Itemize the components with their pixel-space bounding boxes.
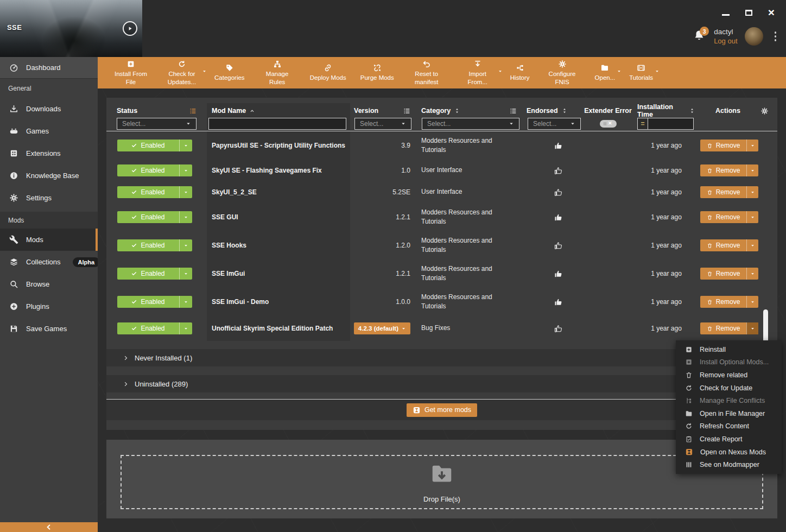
remove-button[interactable]: Remove (700, 239, 758, 251)
endorse-thumb-icon[interactable] (554, 324, 563, 333)
endorse-thumb-icon[interactable] (554, 213, 563, 222)
mod-name[interactable]: SkyUI SE - Flashing Savegames Fix (212, 167, 322, 174)
drop-files-zone[interactable]: Drop File(s) (121, 455, 763, 509)
mod-name[interactable]: PapyrusUtil SE - Scripting Utility Funct… (212, 142, 345, 149)
table-row[interactable]: Enabled SSE Hooks 1.2.0 Modders Resource… (106, 231, 777, 259)
sidebar-item-mods[interactable]: Mods (0, 229, 98, 251)
mod-name[interactable]: SSE Hooks (212, 242, 246, 249)
status-dropdown-caret[interactable] (179, 296, 192, 308)
context-menu-check-for-update[interactable]: Check for Update (676, 382, 782, 395)
maximize-button[interactable] (744, 8, 753, 17)
remove-dropdown-caret[interactable] (746, 211, 758, 223)
filter-list-icon[interactable] (189, 107, 196, 115)
version-select-button[interactable]: 4.2.3 (default) (354, 322, 410, 334)
caret-down-icon[interactable] (617, 69, 622, 74)
sidebar-item-collections[interactable]: Collections Alpha (0, 251, 98, 273)
table-settings-gear-icon[interactable] (760, 107, 769, 115)
extender-error-filter-toggle[interactable]: ✕ (600, 120, 617, 128)
column-header-mod-name[interactable]: Mod Name (212, 107, 246, 115)
mod-enabled-toggle[interactable]: Enabled (117, 140, 192, 151)
time-filter-operator[interactable]: = (637, 118, 648, 130)
mod-name[interactable]: SSE ImGui (212, 270, 245, 277)
mod-name[interactable]: SSE GUI (212, 213, 238, 221)
table-row[interactable]: Enabled SSE ImGui 1.2.1 Modders Resource… (106, 259, 777, 288)
sidebar-item-downloads[interactable]: Downloads (0, 98, 98, 120)
status-dropdown-caret[interactable] (179, 164, 192, 176)
table-row[interactable]: Enabled Unofficial Skyrim Special Editio… (106, 316, 777, 341)
time-filter-input[interactable] (648, 118, 694, 130)
toolbar-deploy-mods[interactable]: Deploy Mods (303, 57, 353, 88)
toolbar-open[interactable]: Open... (588, 57, 623, 88)
toolbar-check-for-updates[interactable]: Check for Updates... (156, 57, 207, 88)
table-row[interactable]: Enabled SkyUI_5_2_SE 5.2SE User Interfac… (106, 181, 777, 203)
toolbar-install-from-file[interactable]: Install From File (105, 57, 156, 88)
remove-button[interactable]: Remove (700, 211, 758, 223)
sidebar-item-extensions[interactable]: Extensions (0, 142, 98, 164)
toolbar-import-from[interactable]: Import From... (452, 57, 503, 88)
toolbar-purge-mods[interactable]: Purge Mods (353, 57, 401, 88)
context-menu-open-on-nexus-mods[interactable]: Open on Nexus Mods (676, 446, 782, 459)
column-header-installation-time[interactable]: Installation Time (637, 103, 686, 118)
status-filter-select[interactable]: Select... (117, 118, 196, 130)
table-row[interactable]: Enabled SSE GUI 1.2.1 Modders Resources … (106, 203, 777, 231)
sidebar-collapse-bar[interactable] (0, 522, 98, 532)
remove-dropdown-caret[interactable] (746, 164, 758, 176)
sidebar-item-plugins[interactable]: Plugins (0, 295, 98, 318)
mod-name[interactable]: SSE ImGui - Demo (212, 298, 269, 306)
mod-enabled-toggle[interactable]: Enabled (117, 211, 192, 223)
get-more-mods-button[interactable]: Get more mods (407, 403, 477, 417)
mod-enabled-toggle[interactable]: Enabled (117, 268, 192, 280)
mod-enabled-toggle[interactable]: Enabled (117, 186, 192, 198)
overflow-menu-icon[interactable] (770, 29, 781, 43)
endorse-thumb-icon[interactable] (554, 188, 563, 197)
remove-button[interactable]: Remove (700, 186, 758, 198)
toolbar-history[interactable]: History (503, 57, 537, 88)
avatar[interactable] (745, 27, 763, 46)
sidebar-item-games[interactable]: Games (0, 120, 98, 142)
endorse-thumb-icon[interactable] (554, 141, 563, 150)
endorse-thumb-icon[interactable] (554, 166, 563, 175)
play-game-button[interactable] (123, 21, 137, 36)
caret-down-icon[interactable] (498, 69, 503, 74)
context-menu-reinstall[interactable]: Reinstall (676, 343, 782, 356)
remove-button[interactable]: Remove (700, 140, 758, 151)
close-button[interactable]: × (766, 8, 776, 17)
filter-list-icon[interactable] (510, 107, 517, 115)
vertical-scrollbar-thumb[interactable] (763, 309, 768, 343)
toolbar-tutorials[interactable]: Tutorials (622, 57, 660, 88)
endorse-thumb-icon[interactable] (554, 297, 563, 307)
table-row[interactable]: Enabled SSE ImGui - Demo 1.0.0 Modders R… (106, 288, 777, 316)
sidebar-item-settings[interactable]: Settings (0, 187, 98, 209)
notifications-bell-icon[interactable]: 3 (693, 29, 707, 43)
remove-dropdown-caret[interactable] (746, 268, 758, 280)
status-dropdown-caret[interactable] (179, 322, 192, 334)
context-menu-open-in-file-manager[interactable]: Open in File Manager (676, 407, 782, 420)
remove-button[interactable]: Remove (700, 322, 758, 334)
toolbar-manage-rules[interactable]: Manage Rules (252, 57, 303, 88)
remove-dropdown-caret[interactable] (746, 239, 758, 251)
mod-enabled-toggle[interactable]: Enabled (117, 239, 192, 251)
context-menu-refresh-content[interactable]: Refresh Content (676, 420, 782, 433)
context-menu-remove-related[interactable]: Remove related (676, 369, 782, 382)
endorse-thumb-icon[interactable] (554, 241, 563, 250)
table-row[interactable]: Enabled PapyrusUtil SE - Scripting Utili… (106, 131, 777, 160)
remove-button[interactable]: Remove (700, 296, 758, 308)
table-row[interactable]: Enabled SkyUI SE - Flashing Savegames Fi… (106, 160, 777, 181)
mod-name[interactable]: SkyUI_5_2_SE (212, 188, 257, 196)
sidebar-item-save-games[interactable]: Save Games (0, 318, 98, 340)
caret-down-icon[interactable] (202, 69, 207, 74)
column-header-endorsed[interactable]: Endorsed (527, 107, 558, 115)
mod-enabled-toggle[interactable]: Enabled (117, 296, 192, 308)
status-dropdown-caret[interactable] (179, 268, 192, 280)
version-filter-select[interactable]: Select... (354, 118, 411, 130)
sidebar-item-dashboard[interactable]: Dashboard (0, 57, 98, 79)
endorsed-filter-select[interactable]: Select... (528, 118, 581, 130)
filter-list-icon[interactable] (403, 107, 410, 115)
caret-down-icon[interactable] (655, 69, 660, 74)
column-header-category[interactable]: Category (421, 107, 451, 115)
toolbar-categories[interactable]: Categories (207, 57, 252, 88)
sidebar-item-knowledge-base[interactable]: Knowledge Base (0, 164, 98, 187)
mod-name[interactable]: Unofficial Skyrim Special Edition Patch (212, 325, 333, 332)
status-dropdown-caret[interactable] (179, 239, 192, 251)
status-dropdown-caret[interactable] (179, 211, 192, 223)
